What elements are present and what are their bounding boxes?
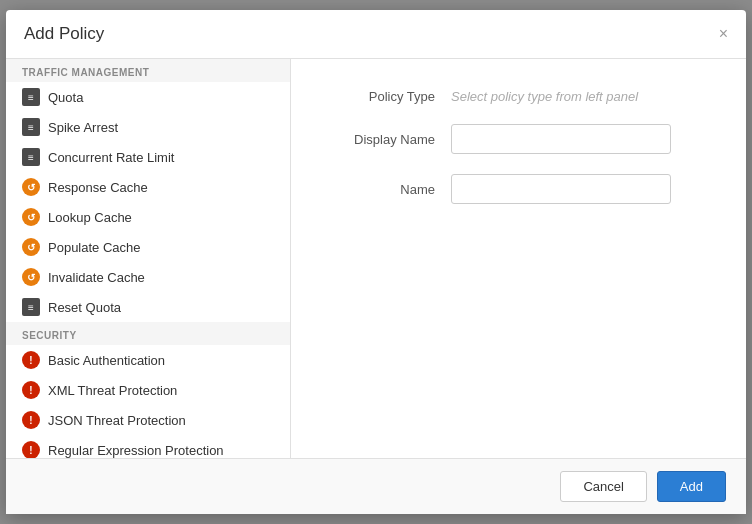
list-item[interactable]: ↺ Lookup Cache — [6, 202, 290, 232]
left-panel: TRAFFIC MANAGEMENT ≡ Quota ≡ Spike Arres… — [6, 59, 291, 458]
name-input[interactable] — [451, 174, 671, 204]
list-item[interactable]: ≡ Spike Arrest — [6, 112, 290, 142]
basic-auth-label: Basic Authentication — [48, 353, 165, 368]
modal-title: Add Policy — [24, 24, 104, 44]
name-label: Name — [331, 182, 451, 197]
add-policy-modal: Add Policy × TRAFFIC MANAGEMENT ≡ Quota … — [6, 10, 746, 514]
right-panel: Policy Type Select policy type from left… — [291, 59, 746, 458]
quota-label: Quota — [48, 90, 83, 105]
close-button[interactable]: × — [719, 26, 728, 42]
modal-footer: Cancel Add — [6, 458, 746, 514]
list-item[interactable]: ! XML Threat Protection — [6, 375, 290, 405]
modal-overlay: Add Policy × TRAFFIC MANAGEMENT ≡ Quota … — [0, 0, 752, 524]
invalidate-cache-label: Invalidate Cache — [48, 270, 145, 285]
spike-arrest-icon: ≡ — [22, 118, 40, 136]
list-item[interactable]: ! Basic Authentication — [6, 345, 290, 375]
list-item[interactable]: ↺ Response Cache — [6, 172, 290, 202]
lookup-cache-icon: ↺ — [22, 208, 40, 226]
policy-type-value: Select policy type from left panel — [451, 89, 638, 104]
list-item[interactable]: ≡ Concurrent Rate Limit — [6, 142, 290, 172]
invalidate-cache-icon: ↺ — [22, 268, 40, 286]
regex-protection-icon: ! — [22, 441, 40, 458]
xml-threat-icon: ! — [22, 381, 40, 399]
lookup-cache-label: Lookup Cache — [48, 210, 132, 225]
response-cache-icon: ↺ — [22, 178, 40, 196]
cancel-button[interactable]: Cancel — [560, 471, 646, 502]
security-header: SECURITY — [6, 322, 290, 345]
name-row: Name — [331, 174, 706, 204]
list-item[interactable]: ↺ Invalidate Cache — [6, 262, 290, 292]
display-name-label: Display Name — [331, 132, 451, 147]
json-threat-icon: ! — [22, 411, 40, 429]
display-name-input[interactable] — [451, 124, 671, 154]
response-cache-label: Response Cache — [48, 180, 148, 195]
quota-icon: ≡ — [22, 88, 40, 106]
concurrent-rate-label: Concurrent Rate Limit — [48, 150, 174, 165]
reset-quota-icon: ≡ — [22, 298, 40, 316]
policy-type-row: Policy Type Select policy type from left… — [331, 89, 706, 104]
xml-threat-label: XML Threat Protection — [48, 383, 177, 398]
list-item[interactable]: ! JSON Threat Protection — [6, 405, 290, 435]
reset-quota-label: Reset Quota — [48, 300, 121, 315]
list-item[interactable]: ≡ Quota — [6, 82, 290, 112]
add-button[interactable]: Add — [657, 471, 726, 502]
display-name-row: Display Name — [331, 124, 706, 154]
list-item[interactable]: ↺ Populate Cache — [6, 232, 290, 262]
list-item[interactable]: ≡ Reset Quota — [6, 292, 290, 322]
modal-header: Add Policy × — [6, 10, 746, 59]
populate-cache-label: Populate Cache — [48, 240, 141, 255]
regex-protection-label: Regular Expression Protection — [48, 443, 224, 458]
policy-type-label: Policy Type — [331, 89, 451, 104]
spike-arrest-label: Spike Arrest — [48, 120, 118, 135]
traffic-management-header: TRAFFIC MANAGEMENT — [6, 59, 290, 82]
populate-cache-icon: ↺ — [22, 238, 40, 256]
modal-body: TRAFFIC MANAGEMENT ≡ Quota ≡ Spike Arres… — [6, 59, 746, 458]
json-threat-label: JSON Threat Protection — [48, 413, 186, 428]
concurrent-rate-icon: ≡ — [22, 148, 40, 166]
list-item[interactable]: ! Regular Expression Protection — [6, 435, 290, 458]
basic-auth-icon: ! — [22, 351, 40, 369]
